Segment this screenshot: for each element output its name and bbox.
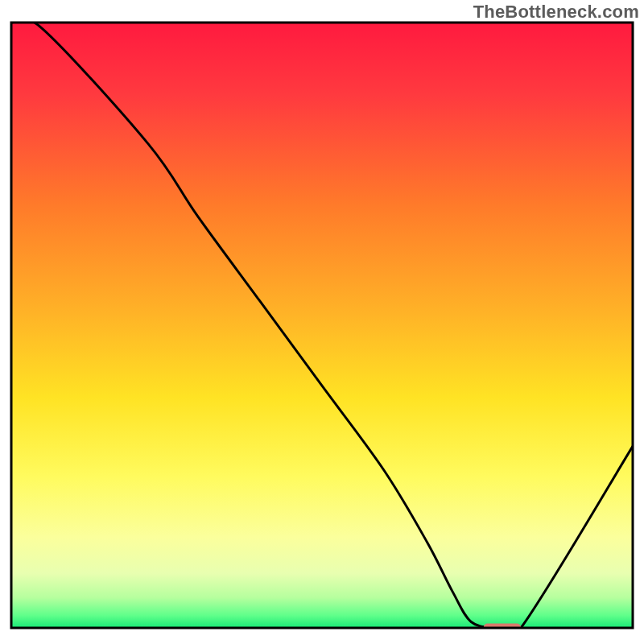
plot-background	[11, 23, 633, 628]
chart-container: TheBottleneck.com	[0, 0, 644, 644]
watermark-text: TheBottleneck.com	[473, 2, 639, 23]
bottleneck-chart	[0, 0, 644, 644]
